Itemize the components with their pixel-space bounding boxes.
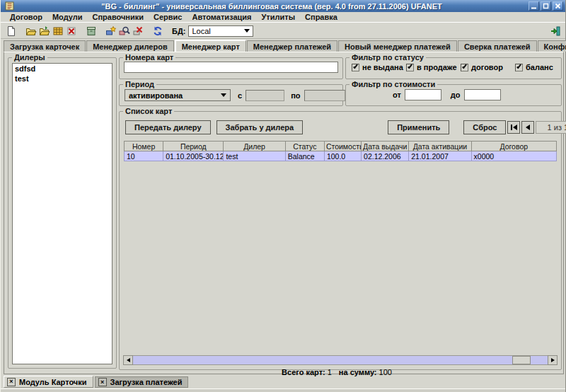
- column-header[interactable]: Договор: [471, 142, 556, 151]
- new-document-icon[interactable]: [4, 25, 18, 38]
- column-header[interactable]: Статус: [285, 142, 324, 151]
- menu-item[interactable]: Договор: [5, 13, 47, 21]
- table-cell: 100.0: [324, 151, 361, 161]
- menu-item[interactable]: Сервис: [149, 13, 187, 21]
- period-to-field[interactable]: [304, 90, 345, 101]
- column-header[interactable]: Дата активации: [409, 142, 471, 151]
- scroll-left-icon[interactable]: [123, 355, 133, 365]
- first-page-icon[interactable]: [507, 121, 520, 134]
- menu-item[interactable]: Справочники: [87, 13, 149, 21]
- checkbox-checked-icon[interactable]: [352, 64, 359, 71]
- cost-from-input[interactable]: [405, 89, 441, 100]
- minimize-icon[interactable]: [529, 1, 539, 11]
- take-from-dealer-button[interactable]: Забрать у дилера: [216, 120, 304, 134]
- toolbar-icons: [4, 25, 171, 38]
- card-numbers-input[interactable]: [124, 62, 338, 73]
- exit-icon[interactable]: [548, 25, 562, 38]
- db-selected-value: Local: [192, 27, 210, 35]
- add-card-icon[interactable]: [104, 25, 117, 38]
- menu-item[interactable]: Автоматизация: [187, 13, 256, 21]
- checkbox-checked-icon[interactable]: [515, 64, 523, 71]
- period-from-field[interactable]: [246, 90, 284, 101]
- db-label: БД:: [172, 27, 185, 35]
- period-type-select[interactable]: активирована: [125, 89, 231, 101]
- tab-5[interactable]: Новый менеджер платежей: [338, 40, 457, 52]
- remove-card-icon[interactable]: [131, 25, 144, 38]
- scrollbar-track[interactable]: [133, 355, 548, 365]
- tab-2[interactable]: Менеджер дилеров: [86, 40, 173, 52]
- tab-6[interactable]: Сверка платежей: [458, 40, 537, 52]
- maximize-icon[interactable]: [541, 1, 551, 11]
- tab-3[interactable]: Менеджер карт: [175, 40, 246, 52]
- db-select[interactable]: Local: [188, 25, 253, 37]
- period-group-title: Период: [123, 80, 156, 88]
- tab-4[interactable]: Менеджер платежей: [247, 40, 337, 52]
- column-header[interactable]: Дата выдачи: [362, 142, 409, 151]
- total-cards-value: 1: [328, 368, 332, 376]
- column-header[interactable]: Номер: [125, 142, 163, 151]
- refresh-icon[interactable]: [151, 25, 164, 38]
- horizontal-scrollbar[interactable]: [123, 355, 558, 365]
- tab-1[interactable]: Загрузка карточек: [4, 40, 86, 52]
- table-row[interactable]: 1001.10.2005-30.12.2007testBalance100.00…: [125, 151, 557, 161]
- sum-value: 100: [379, 368, 392, 376]
- delete-icon[interactable]: [64, 25, 78, 38]
- chevron-down-icon: [221, 93, 226, 97]
- pagination: 1 из 1: [506, 121, 566, 134]
- menu-item[interactable]: Утилиты: [257, 13, 301, 21]
- cost-filter-groupbox: Фильтр по стоимости от до: [345, 80, 562, 106]
- status-checkbox[interactable]: в продаже: [406, 63, 461, 71]
- status-checkbox-label: баланс: [526, 63, 553, 71]
- import-folder-icon[interactable]: [37, 25, 51, 38]
- menu-bar: ДоговорМодулиСправочникиСервисАвтоматиза…: [1, 12, 565, 23]
- menu-item[interactable]: Справка: [300, 13, 342, 21]
- close-icon[interactable]: [553, 1, 563, 11]
- find-card-icon[interactable]: [117, 25, 131, 38]
- status-checkbox-label: не выдана: [362, 63, 403, 71]
- status-filter-group-title: Фильтр по статусу: [350, 53, 426, 62]
- scroll-right-icon[interactable]: [548, 355, 558, 365]
- apply-button[interactable]: Применить: [388, 120, 449, 134]
- cost-to-input[interactable]: [464, 89, 501, 100]
- status-checkbox[interactable]: не выдана: [352, 63, 406, 71]
- transfer-to-dealer-button[interactable]: Передать дилеру: [125, 120, 211, 134]
- window-bottom-edge: [1, 388, 565, 392]
- dealers-list[interactable]: sdfsdtest: [12, 63, 112, 364]
- cost-filter-group-title: Фильтр по стоимости: [350, 80, 437, 88]
- checkbox-checked-icon[interactable]: [406, 64, 414, 71]
- status-checkbox[interactable]: договор: [461, 63, 515, 71]
- module-tab-bar: Загрузка карточекМенеджер дилеровМенедже…: [4, 40, 562, 52]
- reset-button[interactable]: Сброс: [463, 120, 506, 134]
- app-window: "BG - биллинг" - универсальная биллингов…: [0, 0, 566, 392]
- dealer-list-item[interactable]: sdfsd: [13, 64, 112, 74]
- menu-item[interactable]: Модули: [47, 13, 88, 21]
- column-header[interactable]: Стоимость: [324, 142, 361, 151]
- dealer-list-item[interactable]: test: [13, 74, 112, 83]
- cost-from-label: от: [393, 91, 401, 99]
- table-cell: x0000: [471, 151, 556, 161]
- column-header[interactable]: Дилер: [224, 142, 285, 151]
- column-header[interactable]: Период: [163, 142, 224, 151]
- table-icon[interactable]: [51, 25, 64, 38]
- close-module-icon[interactable]: ×: [98, 378, 107, 386]
- sum-label: на сумму:: [339, 368, 377, 376]
- package-icon[interactable]: [84, 25, 98, 38]
- open-folder-icon[interactable]: [24, 25, 37, 38]
- module-tab[interactable]: ×Загрузка платежей: [95, 376, 189, 388]
- table-header-row: НомерПериодДилерСтатусСтоимостьДата выда…: [125, 142, 557, 151]
- cost-to-label: до: [451, 91, 461, 99]
- module-tab[interactable]: ×Модуль Карточки: [4, 376, 93, 388]
- status-filter-options: не выданав продажедоговорбаланс: [352, 63, 560, 71]
- card-numbers-groupbox: Номера карт: [119, 53, 343, 79]
- previous-page-icon[interactable]: [521, 121, 534, 134]
- period-to-label: по: [291, 91, 300, 100]
- status-checkbox[interactable]: баланс: [515, 63, 566, 71]
- checkbox-checked-icon[interactable]: [461, 64, 468, 71]
- card-numbers-group-title: Номера карт: [123, 53, 175, 62]
- scrollbar-thumb[interactable]: [512, 356, 531, 364]
- table-cell: Balance: [285, 151, 324, 161]
- status-checkbox-label: в продаже: [417, 63, 457, 71]
- tab-7[interactable]: Конфигурация модуля: [538, 40, 566, 52]
- close-module-icon[interactable]: ×: [7, 378, 16, 386]
- status-filter-groupbox: Фильтр по статусу не выданав продажедого…: [345, 53, 562, 79]
